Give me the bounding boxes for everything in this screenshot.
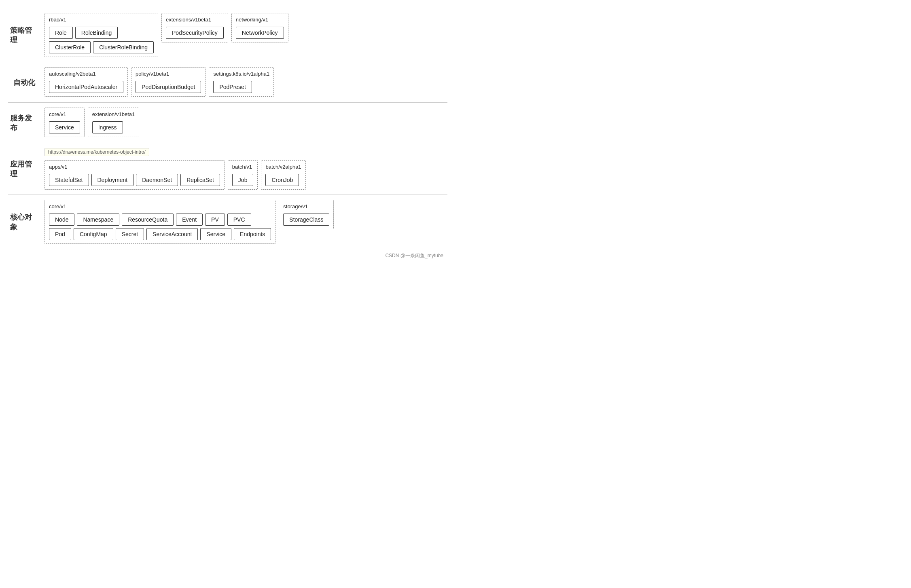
row-content-automation: autoscaling/v2beta1HorizontalPodAutoscal… [40, 62, 447, 102]
row-content-core-objects: core/v1NodeNamespaceResourceQuotaEventPV… [40, 195, 447, 249]
api-label-policy-v1beta1: policy/v1beta1 [136, 71, 201, 77]
row-label-automation: 自动化 [8, 62, 40, 102]
row-content-service-publish: core/v1Serviceextension/v1beta1Ingress [40, 103, 447, 143]
section-autoscaling-v2beta1: autoscaling/v2beta1HorizontalPodAutoscal… [44, 67, 128, 97]
item-rolebinding: RoleBinding [75, 27, 118, 39]
api-label-networking-v1: networking/v1 [236, 17, 284, 23]
item-resourcequota: ResourceQuota [122, 214, 174, 226]
item-podpreset: PodPreset [213, 81, 252, 93]
item-clusterrolebinding: ClusterRoleBinding [93, 41, 154, 53]
item-poddisruptionbudget: PodDisruptionBudget [136, 81, 201, 93]
items-row-extension-v1beta1-ingress-0: Ingress [92, 121, 135, 133]
api-label-settings-k8s-io-v1alpha1: settings.k8s.io/v1alpha1 [213, 71, 269, 77]
api-label-batch-v2alpha1: batch/v2alpha1 [265, 164, 301, 170]
row-content-policy: rbac/v1RoleRoleBindingClusterRoleCluster… [40, 8, 447, 62]
section-settings-k8s-io-v1alpha1: settings.k8s.io/v1alpha1PodPreset [209, 67, 274, 97]
item-clusterrole: ClusterRole [49, 41, 91, 53]
items-row-apps-v1-0: StatefulSetDeploymentDaemonSetReplicaSet [49, 174, 220, 186]
section-extensions-v1beta1: extensions/v1beta1PodSecurityPolicy [161, 13, 228, 42]
item-horizontalpodautoscaler: HorizontalPodAutoscaler [49, 81, 123, 93]
items-row-core-v1-service-0: Service [49, 121, 80, 133]
item-storageclass: StorageClass [283, 214, 329, 226]
items-row-batch-v2alpha1-0: CronJob [265, 174, 301, 186]
item-secret: Secret [116, 228, 144, 240]
items-row-networking-v1-0: NetworkPolicy [236, 27, 284, 39]
items-row-storage-v1-0: StorageClass [283, 214, 329, 226]
item-ingress: Ingress [92, 121, 123, 133]
item-pod: Pod [49, 228, 71, 240]
item-statefulset: StatefulSet [49, 174, 89, 186]
item-networkpolicy: NetworkPolicy [236, 27, 284, 39]
item-pv: PV [205, 214, 225, 226]
section-rbac-v1: rbac/v1RoleRoleBindingClusterRoleCluster… [44, 13, 158, 57]
api-label-apps-v1: apps/v1 [49, 164, 220, 170]
section-batch-v1: batch/v1Job [228, 160, 258, 190]
api-label-batch-v1: batch/v1 [232, 164, 254, 170]
section-networking-v1: networking/v1NetworkPolicy [231, 13, 288, 42]
item-configmap: ConfigMap [74, 228, 113, 240]
api-label-extension-v1beta1-ingress: extension/v1beta1 [92, 111, 135, 117]
item-replicaset: ReplicaSet [180, 174, 220, 186]
items-row-rbac-v1-1: ClusterRoleClusterRoleBinding [49, 41, 154, 53]
items-row-extensions-v1beta1-0: PodSecurityPolicy [166, 27, 224, 39]
item-pvc: PVC [227, 214, 251, 226]
items-row-core-v1-main-0: NodeNamespaceResourceQuotaEventPVPVC [49, 214, 271, 226]
row-content-app-management: https://draveness.me/kubernetes-object-i… [40, 143, 447, 195]
api-label-autoscaling-v2beta1: autoscaling/v2beta1 [49, 71, 123, 77]
footer: CSDN @一条闲鱼_mytube [8, 249, 447, 262]
api-label-rbac-v1: rbac/v1 [49, 17, 154, 23]
item-deployment: Deployment [91, 174, 134, 186]
row-policy: 策略管理rbac/v1RoleRoleBindingClusterRoleClu… [8, 8, 447, 62]
api-label-core-v1-service: core/v1 [49, 111, 80, 117]
item-cronjob: CronJob [265, 174, 299, 186]
section-core-v1-service: core/v1Service [44, 108, 85, 137]
item-event: Event [176, 214, 203, 226]
api-label-storage-v1: storage/v1 [283, 203, 329, 209]
item-podsecuritypolicy: PodSecurityPolicy [166, 27, 224, 39]
items-row-rbac-v1-0: RoleRoleBinding [49, 27, 154, 39]
item-namespace: Namespace [77, 214, 119, 226]
item-service: Service [200, 228, 231, 240]
item-endpoints: Endpoints [234, 228, 271, 240]
items-row-batch-v1-0: Job [232, 174, 254, 186]
row-automation: 自动化autoscaling/v2beta1HorizontalPodAutos… [8, 62, 447, 103]
api-label-extensions-v1beta1: extensions/v1beta1 [166, 17, 224, 23]
row-app-management: 应用管理https://draveness.me/kubernetes-obje… [8, 143, 447, 195]
items-row-policy-v1beta1-0: PodDisruptionBudget [136, 81, 201, 93]
api-label-core-v1-main: core/v1 [49, 203, 271, 209]
item-job: Job [232, 174, 254, 186]
item-node: Node [49, 214, 74, 226]
section-policy-v1beta1: policy/v1beta1PodDisruptionBudget [131, 67, 206, 97]
tooltip-box: https://draveness.me/kubernetes-object-i… [44, 148, 443, 155]
item-daemonset: DaemonSet [136, 174, 178, 186]
row-service-publish: 服务发布core/v1Serviceextension/v1beta1Ingre… [8, 103, 447, 143]
item-service: Service [49, 121, 80, 133]
row-core-objects: 核心对象core/v1NodeNamespaceResourceQuotaEve… [8, 195, 447, 249]
items-row-settings-k8s-io-v1alpha1-0: PodPreset [213, 81, 269, 93]
section-storage-v1: storage/v1StorageClass [279, 200, 334, 229]
section-batch-v2alpha1: batch/v2alpha1CronJob [261, 160, 305, 190]
row-label-service-publish: 服务发布 [8, 103, 40, 143]
items-row-core-v1-main-1: PodConfigMapSecretServiceAccountServiceE… [49, 228, 271, 240]
row-label-core-objects: 核心对象 [8, 195, 40, 249]
row-label-app-management: 应用管理 [8, 143, 40, 195]
item-serviceaccount: ServiceAccount [146, 228, 198, 240]
section-extension-v1beta1-ingress: extension/v1beta1Ingress [88, 108, 140, 137]
item-role: Role [49, 27, 73, 39]
items-row-autoscaling-v2beta1-0: HorizontalPodAutoscaler [49, 81, 123, 93]
row-label-policy: 策略管理 [8, 8, 40, 62]
section-core-v1-main: core/v1NodeNamespaceResourceQuotaEventPV… [44, 200, 275, 244]
section-apps-v1: apps/v1StatefulSetDeploymentDaemonSetRep… [44, 160, 225, 190]
page-container: 策略管理rbac/v1RoleRoleBindingClusterRoleClu… [8, 8, 447, 262]
